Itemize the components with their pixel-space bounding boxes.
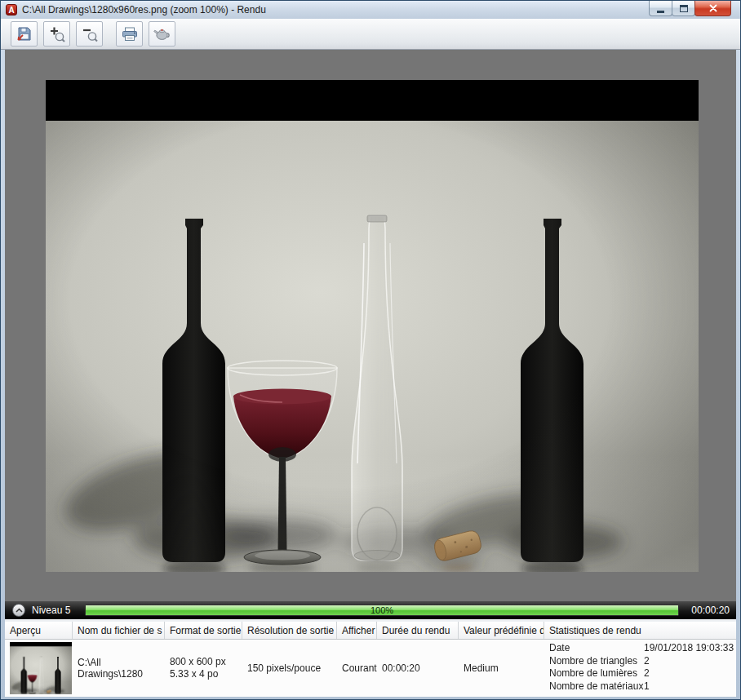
progress-strip: Niveau 5 100% 00:00:20 <box>5 601 736 619</box>
zoom-in-icon <box>48 25 65 42</box>
column-header-apercu[interactable]: Aperçu <box>5 622 73 639</box>
column-header-nom-fichier[interactable]: Nom du fichier de s <box>73 622 165 639</box>
maximize-button[interactable] <box>672 1 695 16</box>
cell-preset: Medium <box>459 640 544 697</box>
close-icon <box>709 4 717 12</box>
save-icon <box>16 26 32 42</box>
window-title: C:\All Drawings\1280x960res.png (zoom 10… <box>22 4 266 16</box>
cell-output-format: 800 x 600 px 5.33 x 4 po <box>165 640 242 697</box>
column-header-duree[interactable]: Durée du rendu <box>377 622 459 639</box>
window-controls <box>650 1 731 16</box>
render-viewport <box>5 50 736 601</box>
zoom-in-button[interactable] <box>43 21 70 47</box>
cell-statistics: Date 19/01/2018 19:03:33 Nombre de trian… <box>544 640 738 697</box>
close-button[interactable] <box>694 1 731 16</box>
print-button[interactable] <box>116 21 143 47</box>
column-header-statistiques[interactable]: Statistiques de rendu <box>544 622 738 639</box>
cell-display: Courant <box>337 640 377 697</box>
autocad-icon: A <box>6 4 17 16</box>
render-thumbnail[interactable] <box>10 642 72 694</box>
render-image <box>46 80 699 572</box>
teapot-icon <box>153 27 171 41</box>
collapse-button[interactable] <box>12 604 25 617</box>
output-format-pixels: 800 x 600 px <box>170 656 226 668</box>
cell-resolution: 150 pixels/pouce <box>242 640 337 697</box>
zoom-out-icon <box>81 25 98 42</box>
stat-lumieres: Nombre de lumières 2 <box>549 667 650 680</box>
table-header: Aperçu Nom du fichier de s Format de sor… <box>5 622 736 640</box>
progress-bar: 100% <box>85 605 679 616</box>
cell-preview <box>5 640 73 697</box>
render-window: A C:\All Drawings\1280x960res.png (zoom … <box>0 0 741 700</box>
print-icon <box>122 27 138 42</box>
minimize-icon <box>657 11 664 13</box>
progress-level-label: Niveau 5 <box>32 605 70 616</box>
stat-triangles: Nombre de triangles 2 <box>549 655 650 668</box>
cell-duration: 00:00:20 <box>377 640 459 697</box>
toolbar <box>1 19 740 50</box>
progress-elapsed-time: 00:00:20 <box>691 605 730 616</box>
progress-percent-label: 100% <box>86 605 678 616</box>
column-header-resolution[interactable]: Résolution de sortie <box>242 622 337 639</box>
render-teapot-button[interactable] <box>149 21 175 47</box>
cell-file-name: C:\All Drawings\1280 <box>73 640 165 697</box>
column-header-format-sortie[interactable]: Format de sortie <box>165 622 242 639</box>
zoom-out-button[interactable] <box>76 21 103 47</box>
stat-materiaux: Nombre de matériaux 1 <box>549 680 650 693</box>
stat-date: Date 19/01/2018 19:03:33 <box>549 642 734 655</box>
column-header-valeur-predefinie[interactable]: Valeur prédéfinie d <box>459 622 544 639</box>
output-format-inches: 5.33 x 4 po <box>170 668 218 680</box>
table-row[interactable]: C:\All Drawings\1280 800 x 600 px 5.33 x… <box>5 640 736 697</box>
save-button[interactable] <box>11 21 38 47</box>
column-header-afficher[interactable]: Afficher <box>337 622 377 639</box>
minimize-button[interactable] <box>649 1 672 16</box>
maximize-icon <box>680 5 688 12</box>
titlebar[interactable]: A C:\All Drawings\1280x960res.png (zoom … <box>1 1 740 19</box>
chevron-up-icon <box>16 608 23 613</box>
